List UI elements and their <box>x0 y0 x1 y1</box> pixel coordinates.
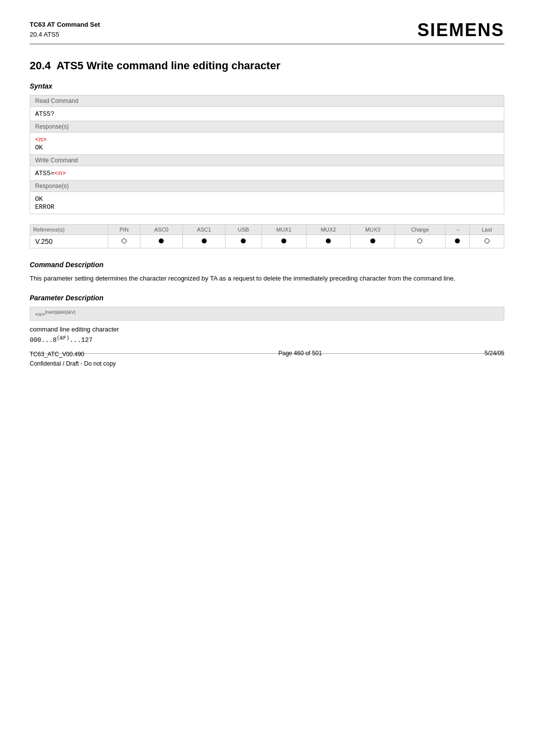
dot-filled-icon <box>241 238 246 243</box>
write-response-header-row: Response(s) <box>30 181 504 192</box>
ref-header-mux3: MUX3 <box>351 225 395 235</box>
param-range-sup: (&F) <box>57 335 70 341</box>
syntax-table: Read Command ATS5? Response(s) <n> OK <box>30 95 504 214</box>
write-command-value: ATS5=<n> <box>30 166 504 181</box>
write-command-header-row: Write Command <box>30 155 504 166</box>
dot-empty-icon <box>417 238 422 243</box>
dot-empty-icon <box>122 238 127 243</box>
write-response-value: OK ERROR <box>30 192 504 214</box>
ref-table-header-row: Reference(s) PIN ASC0 ASC1 USB MUX1 MUX2… <box>30 225 504 235</box>
header-rule <box>30 44 504 45</box>
command-description-section: Command Description This parameter setti… <box>30 261 504 284</box>
ref-cell-asc0 <box>140 235 182 248</box>
header-left: TC63 AT Command Set 20.4 ATS5 <box>30 20 100 39</box>
syntax-heading: Syntax <box>30 82 504 90</box>
ref-cell-last <box>470 235 504 248</box>
dot-filled-icon <box>202 238 207 243</box>
reference-table: Reference(s) PIN ASC0 ASC1 USB MUX1 MUX2… <box>30 224 504 248</box>
read-response-value: <n> OK <box>30 133 504 155</box>
footer-left: TC63_ATC_V00.490 Confidential / Draft - … <box>30 350 116 369</box>
ref-cell-mux2 <box>306 235 351 248</box>
page-footer: TC63_ATC_V00.490 Confidential / Draft - … <box>30 350 504 369</box>
param-row: <n>(num)(&W)(&V) <box>30 307 504 320</box>
dot-filled-icon <box>159 238 164 243</box>
page-header: TC63 AT Command Set 20.4 ATS5 SIEMENS <box>30 20 504 41</box>
footer-doc-id: TC63_ATC_V00.490 <box>30 350 116 359</box>
ref-cell-pin <box>108 235 140 248</box>
ref-header-mux2: MUX2 <box>306 225 351 235</box>
ref-cell-mux3 <box>351 235 395 248</box>
param-superscript: (num)(&W)(&V) <box>45 310 76 315</box>
header-subtitle: 20.4 ATS5 <box>30 30 100 40</box>
write-response-label: Response(s) <box>30 181 504 192</box>
ref-cell-mux1 <box>262 235 306 248</box>
section-heading: 20.4 ATS5 Write command line editing cha… <box>30 59 504 72</box>
ref-header-pin: PIN <box>108 225 140 235</box>
write-command-label: Write Command <box>30 155 504 166</box>
param-value-desc: command line editing character <box>30 326 504 333</box>
ref-header-charge: Charge <box>395 225 445 235</box>
parameter-description-heading: Parameter Description <box>30 294 504 302</box>
ref-header-references: Reference(s) <box>30 225 108 235</box>
ref-header-arrow: → <box>445 225 470 235</box>
ref-header-mux1: MUX1 <box>262 225 306 235</box>
dot-empty-icon <box>485 238 490 243</box>
read-response-label: Response(s) <box>30 121 504 133</box>
write-response-value-row: OK ERROR <box>30 192 504 214</box>
read-command-value: ATS5? <box>30 107 504 121</box>
footer-confidential: Confidential / Draft - Do not copy <box>30 359 116 369</box>
parameter-description-section: Parameter Description <n>(num)(&W)(&V) c… <box>30 294 504 344</box>
read-response-value-row: <n> OK <box>30 133 504 155</box>
param-range: 000...8(&F)...127 <box>30 335 504 344</box>
dot-filled-icon <box>455 238 460 243</box>
read-response-header-row: Response(s) <box>30 121 504 133</box>
dot-filled-icon <box>281 238 286 243</box>
param-name-cell: <n>(num)(&W)(&V) <box>30 307 504 320</box>
read-command-value-row: ATS5? <box>30 107 504 121</box>
footer-page: Page 460 of 501 <box>278 350 322 369</box>
ref-header-last: Last <box>470 225 504 235</box>
ref-cell-asc1 <box>182 235 225 248</box>
table-row: V.250 <box>30 235 504 248</box>
ref-cell-arrow <box>445 235 470 248</box>
write-command-value-row: ATS5=<n> <box>30 166 504 181</box>
footer-date: 5/24/05 <box>485 350 504 369</box>
ref-cell-usb <box>225 235 262 248</box>
command-description-text: This parameter setting determines the ch… <box>30 274 504 284</box>
command-description-heading: Command Description <box>30 261 504 269</box>
ref-header-asc0: ASC0 <box>140 225 182 235</box>
dot-filled-icon <box>326 238 331 243</box>
read-command-header-row: Read Command <box>30 95 504 107</box>
header-title: TC63 AT Command Set <box>30 20 100 30</box>
ref-cell-charge <box>395 235 445 248</box>
ref-header-asc1: ASC1 <box>182 225 225 235</box>
ref-header-usb: USB <box>225 225 262 235</box>
dot-filled-icon <box>370 238 375 243</box>
param-table: <n>(num)(&W)(&V) <box>30 307 504 321</box>
read-command-label: Read Command <box>30 95 504 107</box>
param-name: <n> <box>35 312 45 318</box>
siemens-logo: SIEMENS <box>417 20 504 41</box>
ref-row-name: V.250 <box>30 235 108 248</box>
